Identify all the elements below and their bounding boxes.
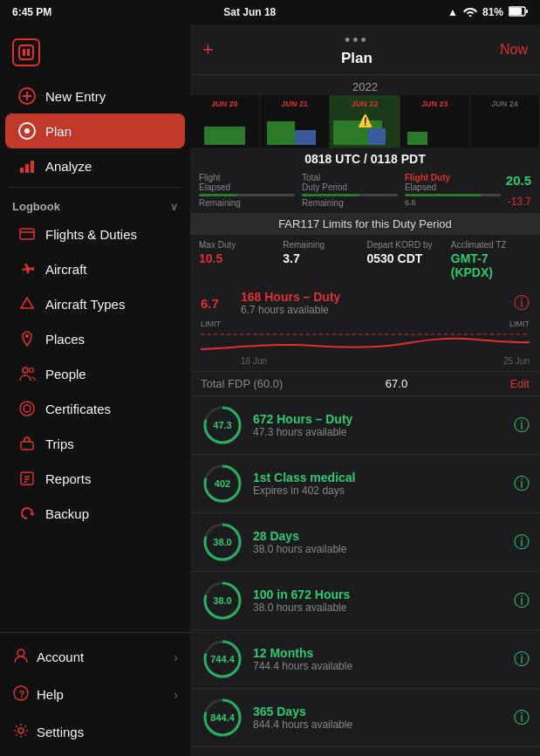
sidebar-item-flights-duties[interactable]: Flights & Duties [5, 216, 185, 251]
sidebar-item-new-entry[interactable]: New Entry [5, 79, 185, 113]
sidebar-item-account[interactable]: Account › [0, 638, 190, 676]
reports-icon [17, 469, 37, 488]
places-icon [17, 329, 37, 348]
fdp-row: Total FDP (60.0) 67.0 Edit [190, 372, 540, 396]
gauge-value: 38.0 [213, 595, 231, 606]
battery-percentage: 81% [482, 6, 503, 18]
elapsed-label: Elapsed [199, 182, 295, 192]
circle-gauge: 38.0 [201, 520, 244, 564]
sidebar-item-aircraft-types[interactable]: Aircraft Types [5, 286, 185, 321]
hours-subtitle: 6.7 hours available [241, 304, 505, 316]
info-icon[interactable]: ⓘ [514, 532, 530, 553]
duty-subtitle: 47.3 hours available [253, 426, 505, 438]
svg-rect-5 [27, 49, 30, 56]
chevron-down-icon: ∨ [170, 201, 178, 213]
duty-subtitle: 744.4 hours available [253, 660, 505, 672]
circle-gauge: 47.3 [201, 403, 244, 447]
timeline-dates[interactable]: JUN 20 JUN 21 JUN 22 [190, 95, 540, 148]
info-icon[interactable]: ⓘ [514, 590, 530, 611]
wifi-icon [463, 6, 477, 19]
sidebar-item-trips[interactable]: Trips [5, 426, 185, 461]
hours-value: 6.7 [201, 296, 232, 311]
far117-details: Max Duty 10.5 Remaining 3.7 Depart KORD … [190, 235, 540, 285]
circle-gauge: 38.0 [201, 579, 244, 622]
main-header: + ••• Plan Now [190, 24, 540, 75]
remaining-label: Remaining [199, 198, 295, 208]
info-icon[interactable]: ⓘ [514, 649, 530, 670]
hours-title: 168 Hours – Duty [241, 290, 505, 304]
timeline-day-22[interactable]: JUN 22 ⚠️ [330, 95, 400, 148]
sidebar-item-label: Analyze [45, 159, 92, 174]
timeline-day-24[interactable]: JUN 24 [470, 95, 540, 148]
app-logo [12, 38, 40, 66]
sidebar-item-settings[interactable]: Settings [0, 713, 190, 751]
chevron-right-icon: › [174, 688, 178, 702]
settings-label: Settings [37, 725, 84, 739]
limit-row: 9.0 Daily Limit (9 hours) 9.0 hours avai… [190, 747, 540, 756]
limit-row: 38.0 28 Days 38.0 hours available ⓘ [190, 513, 540, 572]
status-date: Sat Jun 18 [223, 6, 276, 18]
sidebar-item-reports[interactable]: Reports [5, 461, 185, 496]
people-icon [17, 364, 37, 383]
timeline-day-23[interactable]: JUN 23 [400, 95, 470, 148]
logbook-section: Logbook ∨ [0, 191, 190, 216]
sidebar-item-places[interactable]: Places [5, 321, 185, 356]
help-icon: ? [12, 684, 30, 704]
limit-row: 47.3 672 Hours – Duty 47.3 hours availab… [190, 396, 540, 455]
duty-title: 12 Months [253, 646, 505, 660]
add-button[interactable]: + [202, 38, 214, 61]
timeline-year: 2022 [190, 79, 540, 95]
now-button[interactable]: Now [500, 42, 528, 58]
svg-rect-4 [23, 49, 25, 56]
aircraft-icon [17, 259, 37, 278]
svg-point-27 [17, 649, 24, 656]
timeline-day-20[interactable]: JUN 20 [190, 95, 260, 148]
sidebar-item-aircraft[interactable]: Aircraft [5, 251, 185, 286]
sidebar-item-help[interactable]: ? Help › [0, 676, 190, 713]
sidebar-item-backup[interactable]: Backup [5, 496, 185, 531]
sidebar-item-label: Places [45, 332, 85, 347]
status-time: 6:45 PM [12, 6, 51, 18]
settings-icon [12, 722, 30, 742]
sidebar-item-analyze[interactable]: Analyze [5, 148, 185, 183]
plan-icon [17, 121, 37, 141]
battery-icon [509, 6, 528, 19]
svg-point-19 [30, 368, 34, 373]
flight-label: Flight [199, 173, 295, 182]
trips-icon [17, 434, 37, 453]
new-entry-icon [17, 86, 37, 106]
limit-left-label: LIMIT [201, 320, 221, 328]
gauge-value: 38.0 [213, 537, 231, 547]
sidebar-item-label: New Entry [45, 89, 106, 104]
sidebar-item-plan[interactable]: Plan [5, 113, 185, 148]
gauge-value: 744.4 [210, 654, 235, 664]
far117-header: FAR117 Limits for this Duty Period [190, 213, 540, 235]
fdp-edit-button[interactable]: Edit [510, 377, 530, 390]
info-icon[interactable]: ⓘ [514, 292, 530, 313]
scroll-content[interactable]: FAR117 Limits for this Duty Period Max D… [190, 213, 540, 756]
sidebar-item-label: Aircraft Types [45, 297, 125, 312]
account-label: Account [37, 649, 84, 664]
limit-rows-container: 47.3 672 Hours – Duty 47.3 hours availab… [190, 396, 540, 756]
duty-info: 100 in 672 Hours 38.0 hours available [253, 588, 505, 614]
svg-rect-12 [25, 164, 29, 173]
sidebar-item-label: Certificates [45, 402, 111, 416]
svg-rect-22 [21, 442, 33, 450]
duty-info: 365 Days 844.4 hours available [253, 704, 505, 731]
sidebar-item-certificates[interactable]: Certificates [5, 391, 185, 426]
sidebar-item-people[interactable]: People [5, 356, 185, 391]
duty-title: 1st Class medical [253, 471, 505, 485]
info-icon[interactable]: ⓘ [514, 707, 530, 728]
duty-title: 365 Days [253, 704, 505, 718]
duty-info: 672 Hours – Duty 47.3 hours available [253, 412, 505, 438]
backup-icon [17, 504, 37, 523]
flights-duties-icon [17, 224, 37, 244]
info-icon[interactable]: ⓘ [514, 473, 530, 494]
timeline-day-21[interactable]: JUN 21 [260, 95, 330, 148]
svg-point-21 [24, 405, 31, 412]
limit-row: 402 1st Class medical Expires in 402 day… [190, 455, 540, 513]
chevron-right-icon: › [174, 650, 178, 664]
gauge-value: 402 [215, 478, 230, 489]
info-icon[interactable]: ⓘ [514, 415, 530, 436]
circle-gauge: 402 [201, 462, 244, 505]
